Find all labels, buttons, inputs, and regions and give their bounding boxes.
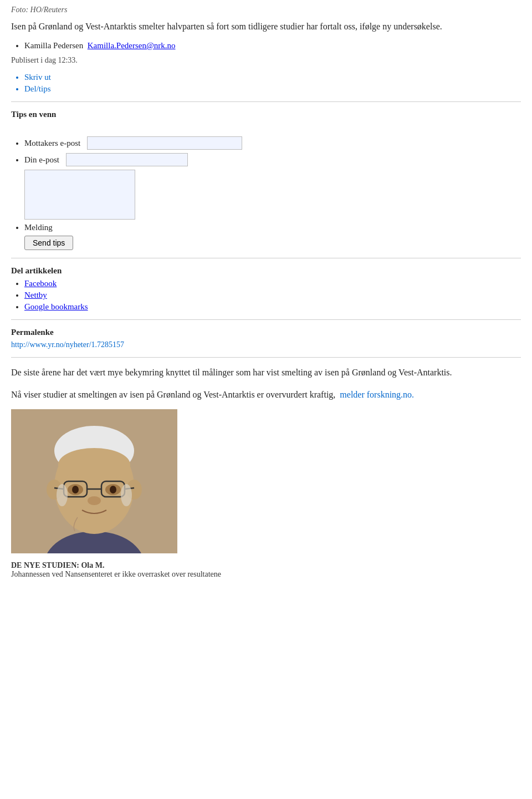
svg-point-16	[110, 486, 116, 493]
permalenke-label: Permalenke	[11, 328, 521, 337]
article-paragraph-2: Nå viser studier at smeltingen av isen p…	[11, 388, 521, 402]
forskning-link[interactable]: melder forskning.no.	[340, 390, 414, 399]
share-links-list: Facebook Nettby Google bookmarks	[24, 279, 521, 312]
article-body: De siste årene har det vært mye bekymrin…	[11, 365, 521, 401]
author-email-link[interactable]: Kamilla.Pedersen@nrk.no	[88, 41, 176, 50]
divider-4	[11, 357, 521, 358]
google-bookmarks-link-item[interactable]: Google bookmarks	[24, 302, 521, 312]
svg-point-17	[88, 496, 101, 505]
action-list: Skriv ut Del/tips	[24, 73, 521, 94]
skriv-ut-item[interactable]: Skriv ut	[24, 73, 521, 82]
intro-text: Isen på Grønland og Vest-Antarktis smelt…	[11, 20, 521, 33]
facebook-link[interactable]: Facebook	[24, 279, 57, 288]
tips-section: Tips en venn Mottakers e-post Din e-post…	[11, 110, 521, 250]
facebook-link-item[interactable]: Facebook	[24, 279, 521, 288]
svg-point-19	[121, 484, 132, 506]
svg-point-15	[72, 486, 79, 493]
din-epost-input[interactable]	[66, 153, 188, 166]
tips-title: Tips en venn	[11, 110, 521, 119]
mottakers-input[interactable]	[87, 136, 242, 150]
svg-point-18	[57, 484, 68, 506]
image-caption-text: Johannessen ved Nansensenteret er ikke o…	[11, 570, 221, 578]
photo-credit: Foto: HO/Reuters	[11, 6, 521, 14]
mottakers-item: Mottakers e-post	[24, 136, 521, 150]
divider-1	[11, 101, 521, 102]
din-label: Din e-post	[24, 155, 59, 164]
person-image-container	[11, 409, 521, 556]
article-paragraph-2-text: Nå viser studier at smeltingen av isen p…	[11, 390, 335, 399]
din-epost-item: Din e-post	[24, 153, 521, 166]
textarea-item	[24, 170, 521, 220]
nettby-link[interactable]: Nettby	[24, 291, 47, 299]
empty-bullet-item	[24, 124, 521, 133]
mottakers-label: Mottakers e-post	[24, 139, 80, 147]
tips-form-list: Mottakers e-post Din e-post Melding	[24, 124, 521, 232]
image-caption: DE NYE STUDIEN: Ola M. Johannessen ved N…	[11, 561, 521, 579]
permalenke-section: Permalenke http://www.yr.no/nyheter/1.72…	[11, 328, 521, 349]
nettby-link-item[interactable]: Nettby	[24, 291, 521, 300]
author-section: Kamilla Pedersen Kamilla.Pedersen@nrk.no	[24, 41, 521, 50]
divider-3	[11, 319, 521, 320]
publish-date: Publisert i dag 12:33.	[11, 56, 521, 65]
del-artikkelen-title: Del artikkelen	[11, 266, 521, 276]
article-paragraph-1: De siste årene har det vært mye bekymrin…	[11, 365, 521, 380]
author-name: Kamilla Pedersen	[24, 41, 83, 50]
permalenke-url[interactable]: http://www.yr.no/nyheter/1.7285157	[11, 340, 124, 349]
google-bookmarks-link[interactable]: Google bookmarks	[24, 302, 88, 311]
melding-textarea[interactable]	[24, 170, 135, 220]
person-image	[11, 409, 177, 553]
image-caption-bold: DE NYE STUDIEN: Ola M.	[11, 561, 104, 569]
author-item: Kamilla Pedersen Kamilla.Pedersen@nrk.no	[24, 41, 521, 50]
del-artikkelen-section: Del artikkelen Facebook Nettby Google bo…	[11, 266, 521, 312]
send-tips-button[interactable]: Send tips	[24, 236, 73, 250]
divider-2	[11, 258, 521, 258]
del-tips-item[interactable]: Del/tips	[24, 84, 521, 94]
svg-point-5	[58, 448, 130, 481]
melding-label-item: Melding	[24, 223, 521, 232]
melding-label: Melding	[24, 223, 53, 232]
